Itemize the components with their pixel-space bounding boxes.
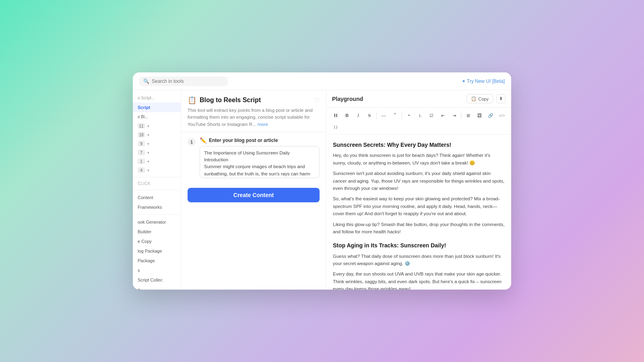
create-content-button[interactable]: Create Content [188, 188, 320, 202]
playground-content: Sunscreen Secrets: Why Every Day Matters… [326, 135, 511, 290]
sidebar-item-builder[interactable]: Builder [133, 227, 181, 237]
try-new-ui-button[interactable]: ✦ Try New UI [Beta] [462, 78, 505, 84]
sidebar-divider-2 [133, 190, 181, 190]
toolbar-hr-button[interactable]: — [378, 110, 389, 121]
sidebar-item-script-prev[interactable]: o Script... [133, 93, 181, 103]
playground-paragraph: So, what's the easiest way to keep your … [333, 195, 505, 217]
steps-area: 1 ✏️ Enter your blog post or article The… [181, 132, 326, 290]
chevron-2: ▾ [147, 133, 149, 137]
chevron-4: ▾ [147, 150, 149, 155]
chevron-6: ▾ [147, 168, 149, 173]
try-new-ui-label: ✦ Try New UI [Beta] [462, 78, 505, 84]
sidebar-numbered-2[interactable]: 18 ▾ [133, 130, 181, 139]
export-icon: ⬆ [499, 96, 503, 101]
sidebar-num-1: 1 [138, 158, 145, 164]
copy-icon: 📋 [471, 96, 477, 101]
toolbar-indent-less-button[interactable]: ⇤ [438, 110, 448, 121]
sidebar-item-blog[interactable]: o Bl... [133, 112, 181, 121]
copy-label: Copy [478, 97, 489, 101]
sidebar-item-blog-package[interactable]: log Package [133, 246, 181, 256]
sidebar-item-frameworks[interactable]: Frameworks [133, 202, 181, 212]
sidebar-item-content[interactable]: Content [133, 193, 181, 202]
main-panel: 📋 Blog to Reels Script ♡ This tool will … [181, 90, 326, 290]
playground-paragraph: Guess what? That daily dose of sunscreen… [333, 253, 505, 267]
toolbar-codeblock-button[interactable]: {} [330, 121, 341, 132]
sidebar-item-e-copy[interactable]: e Copy [133, 237, 181, 246]
sidebar-item-s[interactable]: s [133, 265, 181, 275]
sidebar-divider-3 [133, 214, 181, 215]
toolbar-bullet-button[interactable]: • [404, 110, 414, 121]
playground-header: Playground 📋 Copy ⬆ [326, 90, 511, 108]
step-number-1: 1 [188, 138, 196, 146]
blog-post-input[interactable]: The Importance of Using Sunscreen Daily … [200, 146, 320, 178]
main-window: 🔍 ✦ Try New UI [Beta] o Script... Script… [133, 72, 511, 290]
sidebar-numbered-1[interactable]: 11 ▾ [133, 121, 181, 130]
more-link[interactable]: more [258, 122, 268, 127]
sidebar-item-script-collection[interactable]: Script Collec [133, 275, 181, 285]
toolbar-indent-more-button[interactable]: ⇥ [449, 110, 459, 121]
tool-title-row: 📋 Blog to Reels Script ♡ [188, 96, 320, 105]
sidebar-item-package[interactable]: Package [133, 256, 181, 265]
playground-paragraph: Liking this glow-up tip? Smash that like… [333, 221, 505, 236]
toolbar-italic-button[interactable]: I [353, 110, 363, 121]
playground-panel: Playground 📋 Copy ⬆ H B I S — " • [326, 90, 511, 290]
playground-title: Playground [332, 96, 463, 102]
content-area: o Script... Script o Bl... 11 ▾ 18 ▾ 9 ▾… [133, 90, 511, 290]
toolbar-table-button[interactable]: ⊞ [463, 110, 473, 121]
playground-paragraph: Every day, the sun shoots out UVA and UV… [333, 270, 505, 290]
toolbar-code-button[interactable]: </> [497, 110, 507, 121]
search-icon: 🔍 [143, 78, 149, 84]
step-content-1: ✏️ Enter your blog post or article The I… [200, 137, 320, 180]
toolbar-strikethrough-button[interactable]: S [364, 110, 375, 121]
chevron-3: ▾ [147, 142, 149, 146]
sidebar-numbered-6[interactable]: 4 ▾ [133, 166, 181, 175]
sidebar-numbered-5[interactable]: 1 ▾ [133, 157, 181, 166]
sidebar-item-g[interactable]: g [133, 285, 181, 290]
sidebar-numbered-3[interactable]: 9 ▾ [133, 139, 181, 148]
sidebar-numbered-4[interactable]: 7 ▾ [133, 148, 181, 157]
sidebar: o Script... Script o Bl... 11 ▾ 18 ▾ 9 ▾… [133, 90, 181, 290]
tool-header: 📋 Blog to Reels Script ♡ This tool will … [181, 90, 326, 132]
toolbar-ordered-button[interactable]: 1. [415, 110, 425, 121]
sidebar-divider-1 [133, 177, 181, 177]
sidebar-item-script[interactable]: Script [133, 103, 181, 112]
copy-button[interactable]: 📋 Copy [466, 94, 493, 103]
tool-description: This tool will extract key points from a… [188, 107, 320, 128]
playground-heading: Sunscreen Secrets: Why Every Day Matters… [333, 140, 505, 149]
chevron-1: ▾ [147, 124, 149, 128]
sidebar-click-label: CLICK [133, 180, 181, 187]
sidebar-num-7: 7 [138, 150, 145, 155]
toolbar-divider-3 [461, 112, 461, 119]
tool-icon: 📋 [188, 96, 196, 105]
favorite-button[interactable]: ♡ [314, 97, 320, 104]
playground-heading: Stop Aging in Its Tracks: Sunscreen Dail… [333, 241, 505, 250]
playground-paragraph: Hey, do you think sunscreen is just for … [333, 152, 505, 167]
search-input[interactable] [152, 78, 224, 84]
toolbar-divider-2 [402, 112, 402, 119]
top-bar: 🔍 ✦ Try New UI [Beta] [133, 72, 511, 90]
sidebar-num-4: 4 [138, 167, 145, 173]
step-label-1: ✏️ Enter your blog post or article [200, 137, 320, 144]
toolbar-bold-button[interactable]: B [342, 110, 352, 121]
step-icon-1: ✏️ [200, 137, 206, 144]
tool-title: Blog to Reels Script [200, 97, 261, 104]
step-1-row: 1 ✏️ Enter your blog post or article The… [188, 137, 320, 180]
search-box[interactable]: 🔍 [139, 76, 228, 86]
export-button[interactable]: ⬆ [496, 94, 506, 103]
toolbar-link-button[interactable]: 🔗 [485, 110, 496, 121]
toolbar-image-button[interactable]: 🖼 [474, 110, 485, 121]
chevron-5: ▾ [147, 159, 149, 164]
toolbar-checkbox-button[interactable]: ☑ [426, 110, 437, 121]
sidebar-num-11: 11 [138, 123, 145, 129]
sidebar-item-ook-generator[interactable]: ook Generator [133, 217, 181, 227]
playground-paragraph: Sunscreen isn't just about avoiding sunb… [333, 170, 505, 192]
toolbar-h-button[interactable]: H [330, 110, 341, 121]
sidebar-num-18: 18 [138, 132, 145, 138]
toolbar-quote-button[interactable]: " [390, 110, 400, 121]
toolbar-divider-1 [376, 112, 377, 119]
editor-toolbar: H B I S — " • 1. ☑ ⇤ ⇥ ⊞ 🖼 🔗 </> {} [326, 108, 511, 135]
sidebar-num-9: 9 [138, 141, 145, 146]
